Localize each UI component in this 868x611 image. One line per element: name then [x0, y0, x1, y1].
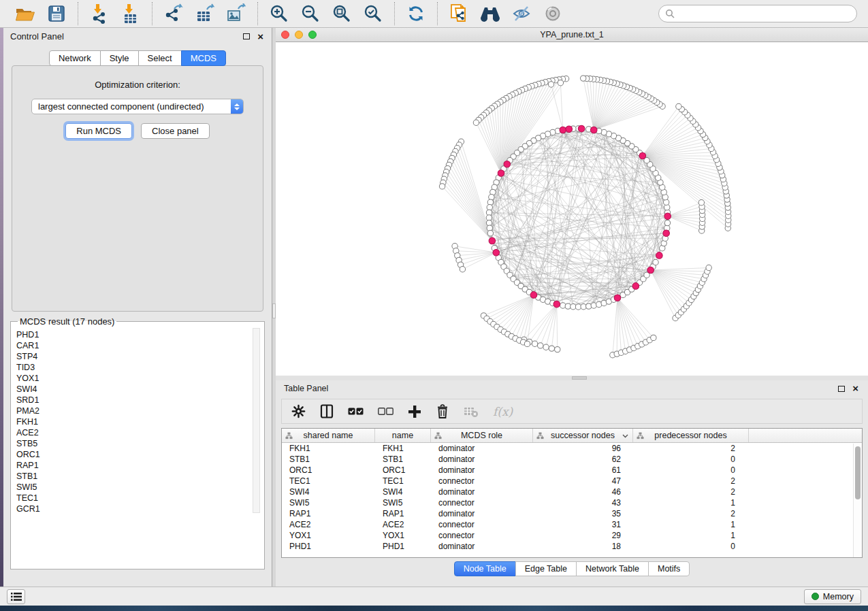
table-row[interactable]: PHD1PHD1dominator180	[282, 541, 862, 552]
table-scrollbar-thumb[interactable]	[855, 446, 861, 499]
clone-network-button[interactable]	[447, 3, 470, 24]
network-leaf-node[interactable]	[460, 267, 465, 272]
mcds-result-item[interactable]: RAP1	[16, 460, 264, 471]
table-row[interactable]: SWI4SWI4dominator462	[282, 486, 862, 497]
mcds-result-item[interactable]: ACE2	[16, 427, 264, 438]
tab-style[interactable]: Style	[100, 50, 139, 66]
network-leaf-node[interactable]	[651, 335, 656, 340]
zoom-in-button[interactable]	[268, 3, 291, 24]
network-node[interactable]	[487, 231, 493, 236]
column-header-shared-name[interactable]: shared name	[282, 429, 375, 442]
table-splitter[interactable]	[276, 376, 868, 380]
network-leaf-node[interactable]	[558, 80, 563, 86]
network-node[interactable]	[581, 304, 586, 310]
table-splitter-grip[interactable]	[572, 376, 587, 380]
select-all-columns-button[interactable]	[348, 401, 364, 422]
network-node[interactable]	[591, 303, 596, 308]
create-column-button[interactable]	[408, 401, 421, 422]
mcds-result-item[interactable]: ORC1	[16, 449, 264, 460]
close-table-panel-icon[interactable]: ×	[852, 385, 858, 392]
import-table-button[interactable]	[119, 3, 142, 24]
mcds-result-item[interactable]: YOX1	[16, 373, 264, 384]
apply-layout-button[interactable]	[404, 3, 428, 24]
network-canvas[interactable]	[276, 42, 868, 376]
network-hub-node[interactable]	[590, 127, 597, 133]
show-panels-button[interactable]	[7, 589, 25, 604]
network-leaf-node[interactable]	[548, 82, 553, 87]
save-session-button[interactable]	[45, 3, 68, 24]
table-row[interactable]: YOX1YOX1connector291	[282, 530, 862, 541]
show-columns-button[interactable]	[320, 401, 334, 422]
table-row[interactable]: ACE2ACE2connector311	[282, 519, 862, 530]
network-leaf-node[interactable]	[473, 120, 479, 125]
run-mcds-button[interactable]: Run MCDS	[65, 123, 132, 139]
tab-edge-table[interactable]: Edge Table	[515, 561, 577, 576]
network-leaf-node[interactable]	[543, 344, 549, 350]
table-scrollbar[interactable]	[853, 444, 862, 557]
mcds-result-item[interactable]: STB1	[16, 471, 264, 482]
mcds-result-item[interactable]: STB5	[16, 438, 264, 449]
network-hub-node[interactable]	[566, 126, 573, 133]
network-hub-node[interactable]	[663, 230, 670, 237]
tab-select[interactable]: Select	[138, 50, 182, 66]
zoom-out-button[interactable]	[299, 3, 322, 24]
network-leaf-node[interactable]	[555, 346, 560, 352]
optimization-criterion-select[interactable]: largest connected component (undirected)	[31, 99, 244, 114]
network-node[interactable]	[663, 199, 669, 205]
table-row[interactable]: STB1STB1dominator620	[282, 454, 862, 465]
network-leaf-node[interactable]	[549, 346, 554, 351]
table-row[interactable]: ORC1ORC1dominator610	[282, 465, 862, 476]
table-row[interactable]: TEC1TEC1connector472	[282, 476, 862, 486]
hide-selected-button[interactable]	[510, 3, 533, 24]
network-hub-node[interactable]	[664, 213, 671, 220]
table-settings-button[interactable]	[291, 401, 306, 422]
unselect-all-columns-button[interactable]	[378, 401, 393, 422]
memory-button[interactable]: Memory	[804, 589, 861, 604]
mcds-result-item[interactable]: TID3	[16, 362, 264, 373]
mcds-result-item[interactable]: PMA2	[16, 406, 264, 416]
column-header-name[interactable]: name	[375, 429, 431, 442]
column-header-predecessor-nodes[interactable]: predecessor nodes	[633, 429, 749, 442]
network-leaf-node[interactable]	[706, 265, 711, 270]
mcds-result-item[interactable]: SRD1	[16, 395, 264, 406]
import-network-button[interactable]	[88, 3, 111, 24]
network-hub-node[interactable]	[530, 292, 537, 299]
table-row[interactable]: RAP1RAP1dominator352	[282, 508, 862, 519]
network-leaf-node[interactable]	[532, 341, 537, 346]
network-hub-node[interactable]	[504, 161, 511, 167]
mcds-result-item[interactable]: CAR1	[16, 340, 264, 351]
search-input[interactable]	[678, 9, 850, 18]
mcds-result-item[interactable]: GCR1	[16, 503, 264, 514]
mcds-result-item[interactable]: SWI4	[16, 384, 264, 395]
network-hub-node[interactable]	[498, 170, 504, 177]
export-network-button[interactable]	[162, 3, 185, 24]
network-hub-node[interactable]	[647, 267, 654, 274]
tab-network-table[interactable]: Network Table	[576, 561, 649, 576]
network-node[interactable]	[664, 220, 670, 225]
tab-mcds[interactable]: MCDS	[181, 50, 226, 66]
network-leaf-node[interactable]	[698, 200, 704, 205]
network-node[interactable]	[487, 205, 492, 210]
network-leaf-node[interactable]	[676, 103, 681, 109]
network-node[interactable]	[565, 303, 570, 309]
network-leaf-node[interactable]	[439, 184, 445, 189]
network-leaf-node[interactable]	[524, 341, 530, 346]
network-hub-node[interactable]	[578, 125, 585, 132]
mcds-result-item[interactable]: FKH1	[16, 416, 264, 427]
mcds-scrollbar[interactable]	[253, 328, 260, 513]
export-table-button[interactable]	[193, 3, 216, 24]
mcds-result-item[interactable]: PHD1	[16, 329, 264, 340]
mcds-result-item[interactable]: STP4	[16, 351, 264, 362]
network-hub-node[interactable]	[560, 127, 566, 133]
network-node[interactable]	[486, 220, 492, 225]
open-file-button[interactable]	[14, 3, 37, 24]
close-panel-button[interactable]: Close panel	[141, 123, 210, 139]
network-hub-node[interactable]	[632, 283, 639, 290]
close-panel-icon[interactable]: ×	[257, 33, 263, 40]
tab-motifs[interactable]: Motifs	[648, 561, 690, 576]
network-graph[interactable]	[276, 42, 868, 376]
network-hub-node[interactable]	[614, 295, 621, 301]
network-hub-node[interactable]	[493, 249, 500, 256]
table-row[interactable]: SWI5SWI5connector431	[282, 497, 862, 508]
network-node[interactable]	[489, 195, 494, 200]
